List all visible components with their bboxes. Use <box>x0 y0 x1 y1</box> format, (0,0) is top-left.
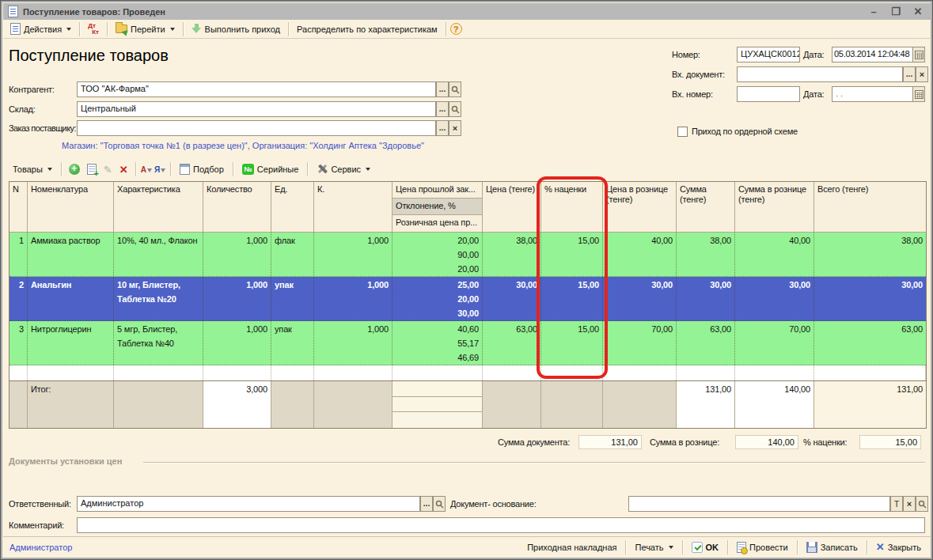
serial-button[interactable]: №Серийные <box>238 162 303 176</box>
edit-row-button[interactable]: ✎ <box>104 164 112 176</box>
delete-row-button[interactable]: ✕ <box>119 164 128 176</box>
warehouse-field[interactable]: Центральный <box>77 101 436 117</box>
dtkt-button[interactable]: ДтКт <box>84 21 103 37</box>
comment-field[interactable] <box>77 517 925 533</box>
counterparty-search-button[interactable] <box>449 81 461 97</box>
number-field[interactable]: ЦУХАЦСК0012 <box>737 47 800 62</box>
counterparty-field[interactable]: ТОО "АК-Фарма" <box>77 81 436 97</box>
column-header[interactable]: Цена в рознице (тенге) <box>603 182 677 232</box>
divider <box>61 162 62 176</box>
table-row-empty[interactable] <box>9 365 926 380</box>
warehouse-select-button[interactable]: ... <box>436 101 449 117</box>
supplier-order-select-button[interactable]: ... <box>436 120 449 136</box>
date-calendar-button[interactable] <box>912 47 925 62</box>
column-header[interactable]: Номенклатура <box>28 182 114 232</box>
ok-button[interactable]: OK <box>688 541 723 554</box>
supplier-order-field[interactable] <box>77 120 436 136</box>
column-header[interactable]: К. <box>314 182 393 232</box>
actions-button[interactable]: Действия <box>6 21 75 36</box>
column-header[interactable]: Ед. <box>271 182 314 232</box>
service-menu-button[interactable]: Сервис <box>313 162 374 176</box>
sort-down-icon <box>161 168 165 172</box>
markup-label: % наценки: <box>803 437 847 447</box>
totals-total: 131,00 <box>814 381 926 428</box>
maximize-button[interactable]: ❒ <box>887 6 905 17</box>
warehouse-search-button[interactable] <box>449 101 461 117</box>
table-row[interactable]: 3 Нитроглицерин 5 мгр, Блистер, Таблетка… <box>9 321 926 365</box>
copy-row-button[interactable] <box>87 164 97 175</box>
base-doc-field[interactable] <box>628 496 890 512</box>
incoming-doc-field[interactable] <box>737 66 903 82</box>
column-header[interactable]: Всего (тенге) <box>814 182 926 232</box>
comment-label: Комментарий: <box>9 520 64 530</box>
save-button[interactable]: Записать <box>802 541 862 554</box>
divider <box>682 540 683 554</box>
column-header[interactable]: Сумма в рознице (тенге) <box>735 182 814 232</box>
distribute-button[interactable]: Распределить по характеристикам <box>293 23 442 36</box>
incoming-number-field[interactable] <box>737 86 800 102</box>
price-docs-section-title[interactable]: Документы установки цен <box>9 456 122 466</box>
close-form-button[interactable]: ✕Закрыть <box>872 540 925 554</box>
column-header[interactable]: N <box>9 182 28 232</box>
add-row-button[interactable]: + <box>69 164 80 175</box>
chevron-down-icon <box>47 168 52 171</box>
column-header[interactable]: Цена (тенге) <box>483 182 541 232</box>
floppy-icon <box>806 542 817 553</box>
counterparty-select-button[interactable]: ... <box>436 81 449 97</box>
main-toolbar: Действия ДтКт Перейти Выполнить приход Р… <box>3 20 931 39</box>
actions-icon <box>10 23 21 35</box>
calendar-icon <box>915 51 924 59</box>
base-doc-clear-button[interactable]: × <box>903 496 916 512</box>
help-icon[interactable]: ? <box>450 23 462 35</box>
sort-asc-button[interactable]: А <box>141 165 152 174</box>
divider <box>307 162 308 176</box>
print-button[interactable]: Печать <box>631 542 677 553</box>
base-doc-type-button[interactable]: T <box>890 496 903 512</box>
incoming-date-calendar-button[interactable] <box>912 86 925 102</box>
table-header-row: N Номенклатура Характеристика Количество… <box>9 182 926 233</box>
ok-check-icon <box>692 542 703 553</box>
goto-button[interactable]: Перейти <box>112 23 179 36</box>
responsible-label: Ответственный: <box>9 499 71 509</box>
wrench-icon <box>317 164 328 175</box>
minimize-button[interactable]: – <box>865 6 882 17</box>
responsible-search-button[interactable] <box>433 496 446 512</box>
order-scheme-checkbox[interactable] <box>677 127 688 137</box>
divider <box>233 162 233 176</box>
sort-desc-button[interactable]: Я <box>154 165 165 174</box>
incoming-doc-select-button[interactable]: ... <box>903 66 916 82</box>
incoming-date-label: Дата: <box>803 89 824 99</box>
divider <box>446 22 446 36</box>
chevron-down-icon <box>366 168 370 171</box>
close-button[interactable]: ✕ <box>909 6 927 17</box>
column-header[interactable]: Характеристика <box>114 182 203 232</box>
window: Поступление товаров: Проведен – ❒ ✕ Дейс… <box>0 0 933 560</box>
incoming-doc-label: Вх. документ: <box>672 70 725 79</box>
responsible-select-button[interactable]: ... <box>420 496 433 512</box>
incoming-number-label: Вх. номер: <box>672 89 713 99</box>
run-receipt-button[interactable]: Выполнить приход <box>188 22 284 36</box>
pick-button[interactable]: Подбор <box>176 162 228 176</box>
magnifier-icon <box>435 500 444 509</box>
base-doc-search-button[interactable] <box>916 496 928 512</box>
chevron-down-icon <box>66 28 71 31</box>
calendar-icon <box>915 90 924 99</box>
date-field[interactable]: 05.03.2014 12:04:48 <box>832 47 913 62</box>
column-header[interactable]: Количество <box>203 182 271 232</box>
table-row-selected[interactable]: 2 Анальгин 10 мг, Блистер, Таблетка №20 … <box>9 277 926 321</box>
incoming-date-field[interactable]: . . <box>832 86 913 102</box>
table-row[interactable]: 1 Аммиака раствор 10%, 40 мл., Флакон 1,… <box>9 233 926 277</box>
goods-menu-button[interactable]: Товары <box>9 163 56 176</box>
responsible-field[interactable]: Администратор <box>77 496 420 512</box>
status-user: Администратор <box>9 543 72 552</box>
receipt-invoice-button[interactable]: Приходная накладная <box>523 542 620 553</box>
divider <box>727 540 728 554</box>
post-button[interactable]: Провести <box>733 541 792 554</box>
divider <box>183 22 184 36</box>
incoming-doc-clear-button[interactable]: × <box>916 66 928 82</box>
column-header-price-group[interactable]: Цена прошлой зак... Отклонение, % Рознич… <box>393 182 483 232</box>
totals-sum: 131,00 <box>677 381 735 428</box>
supplier-order-clear-button[interactable]: × <box>449 120 461 136</box>
column-header[interactable]: Сумма (тенге) <box>677 182 735 232</box>
warehouse-label: Склад: <box>9 104 36 114</box>
